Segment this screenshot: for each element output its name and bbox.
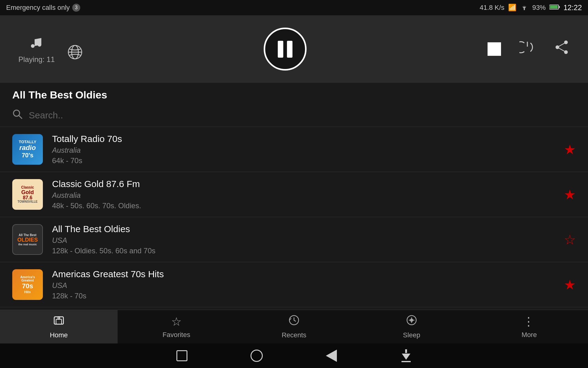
station-country: Australia: [52, 146, 555, 155]
player-right-section: [488, 39, 570, 59]
playing-label: Playing: 11: [18, 55, 55, 64]
sys-back-triangle-button[interactable]: [325, 349, 338, 362]
recents-icon: [288, 314, 300, 329]
favorites-star-icon: ☆: [171, 315, 182, 328]
svg-point-12: [13, 110, 20, 116]
station-info: Totally Radio 70s Australia 64k - 70s: [52, 134, 555, 165]
home-icon: [53, 314, 65, 329]
station-name: Totally Radio 70s: [52, 134, 555, 144]
search-icon: [12, 109, 23, 122]
pause-button[interactable]: [264, 28, 307, 71]
player-left-section: Playing: 11: [18, 34, 83, 64]
station-country: USA: [52, 281, 555, 290]
svg-rect-2: [559, 6, 560, 8]
svg-line-13: [19, 116, 22, 119]
svg-rect-3: [550, 6, 558, 9]
station-logo: totally radio 70's: [12, 134, 43, 165]
station-country: Australia: [52, 191, 555, 200]
bottom-navigation: Home ☆ Favorites Recents Sleep ⋮ More: [0, 310, 588, 343]
svg-point-16: [58, 317, 60, 319]
nav-item-more[interactable]: ⋮ More: [470, 310, 588, 343]
station-name: Americas Greatest 70s Hits: [52, 269, 555, 279]
station-item[interactable]: totally radio 70's Totally Radio 70s Aus…: [0, 127, 588, 172]
nav-label-home: Home: [50, 331, 68, 339]
sys-home-button[interactable]: [250, 349, 263, 362]
status-left: Emergency calls only 3: [6, 4, 80, 12]
search-input[interactable]: [29, 110, 576, 121]
status-badge: 3: [72, 4, 80, 12]
station-item[interactable]: America'sGreatest 70s Hits Americas Grea…: [0, 262, 588, 307]
music-icon[interactable]: [28, 34, 44, 54]
status-bar: Emergency calls only 3 41.8 K/s 📶 93% 12…: [0, 0, 588, 15]
station-list: totally radio 70's Totally Radio 70s Aus…: [0, 127, 588, 308]
sleep-icon: [406, 314, 417, 329]
nav-label-recents: Recents: [282, 331, 307, 339]
station-info: All The Best Oldies USA 128k - Oldies. 5…: [52, 224, 555, 255]
favorite-button[interactable]: ★: [564, 277, 576, 293]
favorite-button[interactable]: ★: [564, 142, 576, 157]
stop-button[interactable]: [488, 42, 501, 56]
station-item[interactable]: Classic Gold 87.6 TOWNSVILLE Classic Gol…: [0, 172, 588, 217]
system-navigation-bar: [0, 343, 588, 368]
player-center: [264, 28, 307, 71]
station-item[interactable]: All The Best OLDIES the real music All T…: [0, 217, 588, 262]
nav-item-home[interactable]: Home: [0, 310, 118, 343]
more-icon: ⋮: [523, 315, 536, 328]
station-info: Classic Gold 87.6 Fm Australia 48k - 50s…: [52, 179, 555, 210]
station-info: Americas Greatest 70s Hits USA 128k - 70…: [52, 269, 555, 300]
svg-point-19: [410, 319, 413, 321]
svg-point-7: [564, 40, 568, 44]
pause-icon: [278, 41, 292, 58]
player-header: Playing: 11: [0, 15, 588, 83]
globe-icon[interactable]: [67, 44, 83, 64]
svg-rect-14: [54, 317, 63, 324]
battery-text: 93%: [532, 4, 546, 12]
station-name: Classic Gold 87.6 Fm: [52, 179, 555, 189]
favorite-button[interactable]: ★: [564, 187, 576, 202]
status-time: 12:22: [564, 3, 582, 12]
battery-icon: [549, 4, 560, 12]
svg-point-8: [556, 45, 559, 49]
power-icon[interactable]: [519, 39, 535, 59]
nav-item-recents[interactable]: Recents: [235, 310, 353, 343]
svg-point-0: [524, 9, 525, 10]
station-logo: America'sGreatest 70s Hits: [12, 269, 43, 300]
station-details: 128k - Oldies. 50s. 60s and 70s: [52, 247, 555, 255]
svg-rect-15: [56, 319, 62, 324]
search-bar: [0, 104, 588, 127]
station-details: 64k - 70s: [52, 156, 555, 165]
network-speed: 41.8 K/s: [480, 4, 504, 12]
music-section: Playing: 11: [18, 34, 55, 64]
station-logo: Classic Gold 87.6 TOWNSVILLE: [12, 179, 43, 210]
station-country: USA: [52, 236, 555, 245]
sys-back-button[interactable]: [175, 349, 189, 362]
status-right: 41.8 K/s 📶 93% 12:22: [480, 3, 582, 12]
svg-line-10: [559, 43, 564, 46]
current-station-title: All The Best Oldies: [0, 83, 588, 104]
nav-label-favorites: Favorites: [163, 331, 190, 339]
nav-item-favorites[interactable]: ☆ Favorites: [118, 310, 235, 343]
nav-label-sleep: Sleep: [403, 331, 420, 339]
wifi-icon: [520, 3, 529, 12]
station-logo: All The Best OLDIES the real music: [12, 224, 43, 255]
nav-label-more: More: [522, 331, 537, 339]
share-icon[interactable]: [554, 39, 570, 59]
station-details: 128k - 70s: [52, 292, 555, 300]
svg-point-9: [564, 50, 568, 54]
station-details: 48k - 50s. 60s. 70s. Oldies.: [52, 201, 555, 210]
emergency-text: Emergency calls only: [6, 4, 70, 12]
nav-item-sleep[interactable]: Sleep: [353, 310, 470, 343]
sys-download-button[interactable]: [399, 349, 413, 362]
station-name: All The Best Oldies: [52, 224, 555, 234]
favorite-button[interactable]: ☆: [564, 232, 576, 247]
bluetooth-icon: 📶: [508, 4, 516, 12]
svg-line-11: [559, 48, 564, 51]
